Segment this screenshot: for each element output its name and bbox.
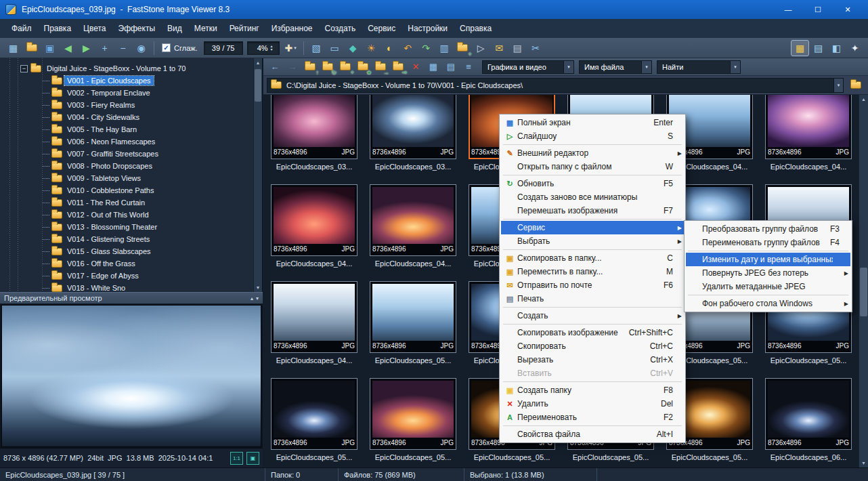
tree-item[interactable]: V006 - Neon Flamescapes [0,135,254,148]
colors-icon[interactable]: ◐ [381,40,399,56]
zoom-in-icon[interactable]: + [95,40,114,56]
thumbnail-cell[interactable]: 8736x4896JPGEpicCloudscapes_03... [364,95,462,184]
up-folder-icon[interactable]: ↑ [301,60,319,75]
close-button[interactable]: ✕ [833,0,863,19]
compare-mode-icon[interactable]: ◧ [827,40,846,56]
details-view-icon[interactable]: ▤ [442,60,460,75]
preview-expand-icon[interactable]: ▾ [256,295,259,301]
menubar-item-3[interactable]: Эффекты [112,20,162,37]
menu-item-8[interactable]: Перемешать изображенияF7 [501,204,684,217]
menu-item-21[interactable]: СкопироватьCtrl+C [501,339,684,353]
save-as-icon[interactable]: ▣ [41,40,59,56]
thumbnail-scrollbar[interactable]: ▲ ▼ [859,95,868,467]
minimize-button[interactable]: — [773,0,803,19]
tree-item[interactable]: V013 - Blossoming Theater [0,221,254,233]
tree-item[interactable]: V010 - Cobblestone Paths [0,184,254,196]
tree-item[interactable]: V005 - The Hay Barn [0,123,254,135]
thumbnail-cell[interactable]: 8736x4896JPGEpicCloudscapes_03... [265,95,364,184]
crop-tool-icon[interactable]: ▭ [326,40,344,56]
tree-scrollbar-thumb[interactable] [255,69,261,102]
menu-item-10[interactable]: Сервис▶ [501,221,684,234]
menu-item-1[interactable]: Переименовать группу файловF4 [686,236,850,249]
tree-item[interactable]: V003 - Fiery Realms [0,99,254,111]
sort-order-select[interactable]: Имя файла ▾ [579,60,652,74]
back-icon[interactable]: ← [266,60,284,75]
thumbnail-cell[interactable]: 8736x4896JPGEpicCloudscapes_04... [364,184,462,281]
fullscreen-mode-icon[interactable]: ✦ [846,40,864,56]
email-icon[interactable]: ✉ [490,40,508,56]
list-view-icon[interactable]: ≡ [460,60,477,75]
tree-item[interactable]: V017 - Edge of Abyss [0,270,254,282]
menubar-item-10[interactable]: Настройки [402,20,454,37]
delete-icon[interactable]: ✕ [407,60,425,75]
folder-tree-toggle-button[interactable] [847,78,865,93]
menu-item-4[interactable]: Повернуть JPEG без потерь▶ [686,266,850,280]
preview-image[interactable] [1,305,261,447]
menu-item-11[interactable]: Выбрать▶ [501,234,684,248]
menubar-item-11[interactable]: Справка [454,20,498,37]
menu-item-13[interactable]: ▣Скопировать в папку...C [501,251,684,265]
tree-item[interactable]: V015 - Glass Slabscapes [0,245,254,257]
tree-item[interactable]: V014 - Glistening Streets [0,233,254,245]
fit-window-button[interactable]: ▣ [246,452,259,465]
thumbnail-cell[interactable]: 8736x4896JPGEpicCloudscapes_05... [364,378,462,467]
next-image-icon[interactable]: ▶ [77,40,95,56]
tag-icon[interactable]: ◆ [344,40,362,56]
browser-mode-icon[interactable]: ▦ [791,40,809,56]
smoothing-checkbox[interactable]: ✓ Сглаж. [162,43,198,52]
menu-item-14[interactable]: ▣Переместить в папку...M [501,265,684,278]
menu-item-4[interactable]: Открыть папку с файломW [501,160,684,173]
tree-item[interactable]: V018 - White Sno [0,282,254,292]
copy-to-folder-icon[interactable]: + [454,40,472,56]
thumbnail-cell[interactable]: 8736x4896JPGEpicCloudscapes_06... [759,378,858,467]
menu-item-15[interactable]: ✉Отправить по почтеF6 [501,278,684,292]
thumbs-scroll-down-icon[interactable]: ▼ [859,459,868,467]
menubar-item-0[interactable]: Файл [5,20,38,37]
copy-to-icon[interactable]: → [372,60,389,75]
search-input[interactable]: Найти ▾ [657,60,741,74]
file-filter-select[interactable]: Графика и видео ▾ [482,60,574,74]
tree-scroll-up-icon[interactable]: ▲ [254,58,262,67]
search-dropdown-icon[interactable]: ▾ [730,61,740,73]
address-field[interactable]: C:\Digital Juice - StageBoxx - Volume 1 … [267,78,844,93]
print-icon[interactable]: ▤ [508,40,527,56]
compare-icon[interactable]: ▥ [435,40,454,56]
zoom-level-select[interactable]: 4% ▴▾ [247,41,280,55]
menubar-item-6[interactable]: Рейтинг [223,20,265,37]
zoom-actual-icon[interactable]: ◉ [132,40,150,56]
menu-item-7[interactable]: Фон рабочего стола Windows▶ [686,297,850,310]
menubar-item-5[interactable]: Метки [188,20,223,37]
menu-item-29[interactable]: Свойства файлаAlt+I [501,427,684,441]
refresh-folder-icon[interactable]: ↻ [319,60,337,75]
tree-item[interactable]: V016 - Off the Grass [0,257,254,270]
forward-icon[interactable]: → [284,60,301,75]
address-dropdown-icon[interactable]: ▾ [833,79,843,92]
new-folder-icon[interactable]: + [337,60,354,75]
redo-icon[interactable]: ↷ [417,40,435,56]
menu-item-27[interactable]: AПереименоватьF2 [501,411,684,424]
tree-collapse-icon[interactable]: − [20,65,28,72]
slideshow-icon[interactable]: ▷ [472,40,490,56]
tree-item[interactable]: V008 - Photo Dropscapes [0,160,254,172]
tree-scrollbar[interactable]: ▲ ▼ [253,58,262,292]
menu-item-20[interactable]: Скопировать изображениеCtrl+Shift+C [501,326,684,339]
menubar-item-1[interactable]: Правка [38,20,78,37]
menu-item-0[interactable]: ▦Полный экранEnter [501,116,684,129]
thumbnail-cell[interactable]: 8736x4896JPGEpicCloudscapes_05... [364,281,462,378]
maximize-button[interactable]: ☐ [803,0,833,19]
tree-item[interactable]: V001 - Epic Cloudscapes [0,75,254,87]
actual-size-button[interactable]: 1:1 [230,452,243,465]
menu-item-1[interactable]: ▷СлайдшоуS [501,129,684,143]
sort-dropdown-icon[interactable]: ▾ [641,61,651,73]
image-browser-icon[interactable]: ▦ [4,40,22,56]
select-tool-icon[interactable]: ▧ [307,40,326,56]
zoom-out-icon[interactable]: − [114,40,132,56]
thumbnail-cell[interactable]: 8736x4896JPGEpicCloudscapes_04... [759,95,858,184]
zoom-spinner[interactable]: ▴▾ [271,45,273,51]
hand-tool-button[interactable]: ✚ ▾ [282,40,300,56]
menu-item-25[interactable]: ▣Создать папкуF8 [501,383,684,397]
menu-item-18[interactable]: Создать▶ [501,309,684,322]
thumbnail-scrollbar-thumb[interactable] [860,268,867,316]
menu-item-16[interactable]: ▤Печать [501,292,684,306]
screen-capture-icon[interactable]: ✂ [527,40,545,56]
